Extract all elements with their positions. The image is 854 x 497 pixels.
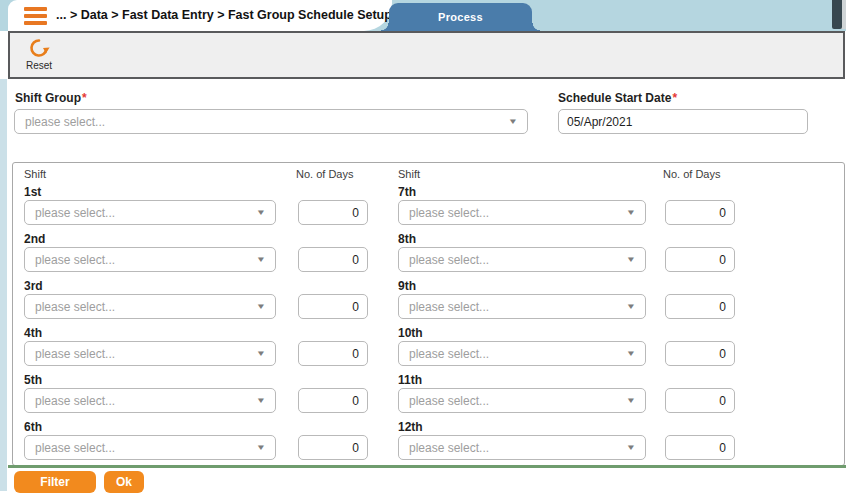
shift-select-11th[interactable]: please select... ▼ — [398, 388, 646, 413]
chevron-down-icon: ▼ — [626, 443, 636, 452]
days-input-5th[interactable] — [298, 388, 368, 413]
shift-row: 3rd please select... ▼ 9th please select… — [14, 279, 844, 326]
shift-select-8th[interactable]: please select... ▼ — [398, 247, 646, 272]
chevron-down-icon: ▼ — [256, 443, 266, 452]
top-bar: ... > Data > Fast Data Entry > Fast Grou… — [0, 0, 846, 31]
chevron-down-icon: ▼ — [626, 396, 636, 405]
chevron-down-icon: ▼ — [626, 302, 636, 311]
shift-ordinal-label: 6th — [24, 420, 42, 434]
hamburger-menu-icon[interactable] — [24, 7, 47, 25]
shift-select-10th[interactable]: please select... ▼ — [398, 341, 646, 366]
hamburger-bar — [24, 21, 47, 25]
shift-select-3rd[interactable]: please select... ▼ — [24, 294, 276, 319]
select-placeholder: please select... — [35, 394, 115, 408]
shift-group-label-text: Shift Group — [15, 91, 81, 105]
days-input-11th[interactable] — [665, 388, 735, 413]
shift-ordinal-label: 2nd — [24, 232, 45, 246]
select-placeholder: please select... — [409, 253, 489, 267]
shift-group-select[interactable]: please select... ▼ — [14, 109, 528, 134]
shift-row: 1st please select... ▼ 7th please select… — [14, 185, 844, 232]
shift-ordinal-label: 12th — [398, 420, 423, 434]
select-placeholder: please select... — [409, 394, 489, 408]
days-input-7th[interactable] — [665, 200, 735, 225]
shift-ordinal-label: 5th — [24, 373, 42, 387]
days-input-2nd[interactable] — [298, 247, 368, 272]
shift-ordinal-label: 7th — [398, 185, 416, 199]
hamburger-bar — [24, 7, 47, 11]
shift-ordinal-label: 1st — [24, 185, 41, 199]
toolbar: Reset — [8, 31, 845, 79]
select-placeholder: please select... — [35, 441, 115, 455]
shift-select-9th[interactable]: please select... ▼ — [398, 294, 646, 319]
days-input-3rd[interactable] — [298, 294, 368, 319]
column-header-days-left: No. of Days — [296, 168, 353, 180]
shift-select-2nd[interactable]: please select... ▼ — [24, 247, 276, 272]
ok-button[interactable]: Ok — [104, 471, 144, 493]
filter-button[interactable]: Filter — [14, 471, 96, 493]
chevron-down-icon: ▼ — [626, 349, 636, 358]
chevron-down-icon: ▼ — [256, 255, 266, 264]
chevron-down-icon: ▼ — [508, 117, 518, 126]
shift-ordinal-label: 8th — [398, 232, 416, 246]
shift-ordinal-label: 4th — [24, 326, 42, 340]
section-divider — [8, 465, 846, 468]
shift-ordinal-label: 9th — [398, 279, 416, 293]
select-placeholder: please select... — [409, 441, 489, 455]
left-accent-strip — [0, 79, 7, 491]
select-placeholder: please select... — [35, 253, 115, 267]
days-input-12th[interactable] — [665, 435, 735, 460]
column-header-shift-right: Shift — [398, 168, 420, 180]
select-placeholder: please select... — [409, 206, 489, 220]
hamburger-bar — [24, 14, 47, 18]
shift-select-1st[interactable]: please select... ▼ — [24, 200, 276, 225]
reset-refresh-icon — [28, 37, 50, 59]
required-asterisk: * — [82, 91, 87, 105]
chevron-down-icon: ▼ — [626, 208, 636, 217]
breadcrumb-panel: ... > Data > Fast Data Entry > Fast Grou… — [8, 0, 392, 31]
select-placeholder: please select... — [409, 347, 489, 361]
days-input-6th[interactable] — [298, 435, 368, 460]
select-placeholder: please select... — [35, 206, 115, 220]
schedule-start-date-label-text: Schedule Start Date — [558, 91, 671, 105]
shift-ordinal-label: 3rd — [24, 279, 43, 293]
shift-ordinal-label: 10th — [398, 326, 423, 340]
shift-select-12th[interactable]: please select... ▼ — [398, 435, 646, 460]
tab-process-label: Process — [438, 11, 483, 23]
days-input-1st[interactable] — [298, 200, 368, 225]
chevron-down-icon: ▼ — [256, 349, 266, 358]
days-input-10th[interactable] — [665, 341, 735, 366]
column-header-shift-left: Shift — [24, 168, 46, 180]
shift-select-5th[interactable]: please select... ▼ — [24, 388, 276, 413]
scrollbar-thumb-fragment[interactable] — [832, 0, 842, 29]
select-placeholder: please select... — [409, 300, 489, 314]
chevron-down-icon: ▼ — [256, 302, 266, 311]
select-placeholder: please select... — [25, 115, 105, 129]
schedule-start-date-input[interactable] — [558, 109, 808, 134]
shift-row: 6th please select... ▼ 12th please selec… — [14, 420, 844, 467]
schedule-start-date-label: Schedule Start Date* — [558, 91, 677, 105]
shift-group-label: Shift Group* — [15, 91, 87, 105]
days-input-9th[interactable] — [665, 294, 735, 319]
shift-select-4th[interactable]: please select... ▼ — [24, 341, 276, 366]
chevron-down-icon: ▼ — [256, 208, 266, 217]
days-input-4th[interactable] — [298, 341, 368, 366]
chevron-down-icon: ▼ — [626, 255, 636, 264]
shift-select-6th[interactable]: please select... ▼ — [24, 435, 276, 460]
shift-row: 2nd please select... ▼ 8th please select… — [14, 232, 844, 279]
chevron-down-icon: ▼ — [256, 396, 266, 405]
app-window: ... > Data > Fast Data Entry > Fast Grou… — [0, 0, 854, 497]
select-placeholder: please select... — [35, 347, 115, 361]
reset-button[interactable]: Reset — [18, 37, 60, 71]
days-input-8th[interactable] — [665, 247, 735, 272]
shift-row: 4th please select... ▼ 10th please selec… — [14, 326, 844, 373]
shift-ordinal-label: 11th — [398, 373, 422, 387]
select-placeholder: please select... — [35, 300, 115, 314]
column-header-days-right: No. of Days — [663, 168, 720, 180]
shift-select-7th[interactable]: please select... ▼ — [398, 200, 646, 225]
shift-row: 5th please select... ▼ 11th please selec… — [14, 373, 844, 420]
required-asterisk: * — [672, 91, 677, 105]
reset-button-label: Reset — [18, 60, 60, 71]
tab-process[interactable]: Process — [389, 3, 532, 31]
breadcrumb[interactable]: ... > Data > Fast Data Entry > Fast Grou… — [56, 0, 392, 31]
